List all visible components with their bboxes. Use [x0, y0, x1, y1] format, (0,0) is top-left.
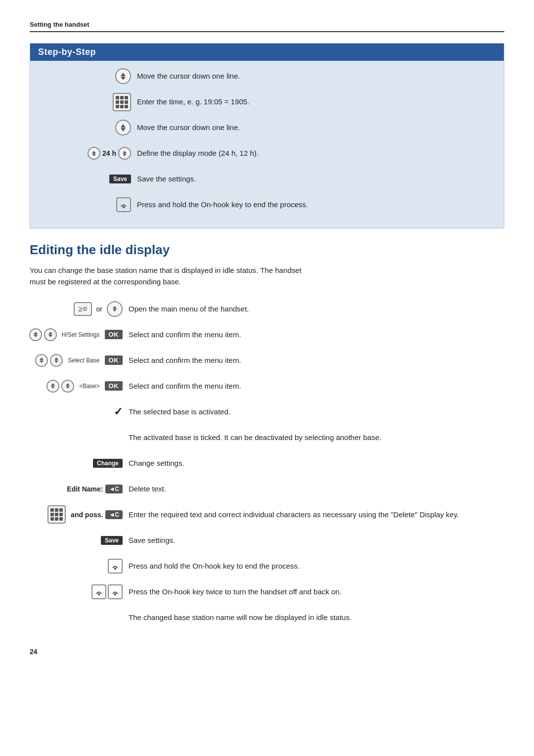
- arrow-up-2: [121, 124, 126, 128]
- nav-icon-3: [88, 147, 100, 160]
- step-save2: Save Save settings.: [30, 530, 504, 551]
- step-onhook1: Press and hold the On-hook key to end th…: [38, 194, 496, 215]
- step-select-base-text: Select and confirm the menu item.: [129, 355, 504, 366]
- step-base-icon-col: <Base> OK: [30, 380, 129, 393]
- step-edit-name: Edit Name: ◄C Delete text.: [30, 479, 504, 499]
- step-save2-icon-col: Save: [30, 536, 129, 545]
- editing-section: Editing the idle display You can change …: [30, 242, 504, 628]
- delete-key-2[interactable]: ◄C: [105, 510, 123, 519]
- section-intro: You can change the base station name tha…: [30, 265, 316, 288]
- svg-rect-3: [114, 593, 116, 595]
- step-move2-icon-col: [38, 120, 137, 135]
- step-change-icon-col: Change: [30, 459, 129, 468]
- change-button[interactable]: Change: [93, 459, 123, 468]
- step-move1: Move the cursor down one line.: [38, 66, 496, 87]
- step-base-text: Select and confirm the menu item.: [129, 381, 504, 392]
- step-ticked-info: The activated base is ticked. It can be …: [30, 427, 504, 448]
- two-nav-hset: [29, 328, 57, 341]
- step-keypad1: Enter the time, e. g. 19:05 = 1905.: [38, 91, 496, 112]
- checkmark-icon: ✓: [114, 405, 123, 418]
- step-select-base: Select Base OK Select and confirm the me…: [30, 350, 504, 371]
- step-keypad-poss-icon-col: and poss. ◄C: [30, 505, 129, 524]
- save-button-1[interactable]: Save: [109, 175, 131, 183]
- menu-list-icon: ≥≡: [74, 302, 91, 316]
- step-24h-text: Define the display mode (24 h, 12 h).: [137, 148, 496, 159]
- step-save1-icon-col: Save: [38, 175, 137, 183]
- page-header: Setting the handset: [30, 20, 504, 32]
- delete-key-1[interactable]: ◄C: [105, 485, 123, 493]
- step-24h: 24 h Define the display mode (24 h, 12 h…: [38, 143, 496, 164]
- step-move1-text: Move the cursor down one line.: [137, 71, 496, 82]
- nav-icon-base-2: [61, 380, 74, 393]
- step-hset-text: Select and confirm the menu item.: [129, 329, 504, 340]
- step-change-text: Change settings.: [129, 458, 504, 469]
- base-label: <Base>: [79, 383, 99, 390]
- step-24h-icon-col: 24 h: [38, 147, 137, 160]
- step-select-base-icon-col: Select Base OK: [30, 354, 129, 367]
- step-activated-icon-col: ✓: [30, 405, 129, 418]
- nav-icon-selbase-2: [50, 354, 63, 367]
- step-open-menu: ≥≡ or Open the main menu of the handset.: [30, 299, 504, 319]
- edit-name-row: Edit Name: ◄C: [67, 485, 123, 493]
- page-number: 24: [30, 648, 504, 656]
- step-move2: Move the cursor down one line.: [38, 117, 496, 138]
- step-save1-text: Save the settings.: [137, 174, 496, 184]
- step-onhook1-text: Press and hold the On-hook key to end th…: [137, 199, 496, 210]
- nav-icon-hset-2: [44, 328, 57, 341]
- nav-icon-menu: [107, 301, 123, 317]
- step-edit-name-icon-col: Edit Name: ◄C: [30, 485, 129, 493]
- save-button-2[interactable]: Save: [101, 536, 123, 545]
- select-base-label: Select Base: [68, 357, 99, 364]
- ok-button-hset[interactable]: OK: [105, 330, 123, 339]
- onhook-icon-1: [116, 197, 131, 212]
- keypad-poss-row: and poss. ◄C: [47, 505, 123, 524]
- step-open-menu-icon-col: ≥≡ or: [30, 301, 129, 317]
- ok-button-selbase[interactable]: OK: [105, 356, 123, 365]
- onhook-icon-3b: [108, 584, 123, 599]
- step-onhook-twice-icon-col: [30, 584, 129, 599]
- step-keypad-poss: and poss. ◄C Enter the required text and…: [30, 504, 504, 525]
- step-idle-status-text: The changed base station name will now b…: [129, 612, 504, 623]
- onhook-icon-3a: [91, 584, 106, 599]
- label-24h: 24 h: [102, 149, 116, 157]
- step-move1-icon-col: [38, 68, 137, 84]
- step-hset-icon-col: H/Set Settings OK: [30, 328, 129, 341]
- step-by-step-box: Step-by-Step Move the cursor down one li…: [30, 43, 504, 228]
- step-hset: H/Set Settings OK Select and confirm the…: [30, 324, 504, 345]
- step-save2-text: Save settings.: [129, 535, 504, 546]
- nav-icon-base-1: [46, 380, 59, 393]
- svg-rect-0: [123, 206, 125, 208]
- nav-icon-1: [115, 68, 131, 84]
- and-poss-label: and poss.: [71, 511, 103, 519]
- arrow-up: [121, 73, 126, 76]
- step-edit-name-text: Delete text.: [129, 484, 504, 494]
- step-keypad1-icon-col: [38, 93, 137, 111]
- step-by-step-header: Step-by-Step: [30, 44, 504, 61]
- step-ticked-info-text: The activated base is ticked. It can be …: [129, 432, 504, 443]
- nav-icon-2: [115, 120, 131, 135]
- step-onhook2-text: Press and hold the On-hook key to end th…: [129, 561, 504, 572]
- step-onhook-twice: Press the On-hook key twice to turn the …: [30, 581, 504, 602]
- step-activated-text: The selected base is activated.: [129, 406, 504, 417]
- nav-icon-4: [118, 147, 131, 160]
- step-onhook2: Press and hold the On-hook key to end th…: [30, 556, 504, 577]
- page-header-title: Setting the handset: [30, 21, 89, 28]
- step-move2-text: Move the cursor down one line.: [137, 122, 496, 133]
- hset-label: H/Set Settings: [62, 331, 100, 338]
- onhook-icon-2: [108, 559, 123, 574]
- edit-name-label: Edit Name:: [67, 485, 103, 493]
- step-idle-status: The changed base station name will now b…: [30, 607, 504, 628]
- ok-button-base[interactable]: OK: [105, 381, 123, 391]
- step-onhook-twice-text: Press the On-hook key twice to turn the …: [129, 586, 504, 597]
- step-open-menu-text: Open the main menu of the handset.: [129, 304, 504, 314]
- two-nav-selbase: [35, 354, 63, 367]
- or-label: or: [96, 305, 102, 313]
- step-keypad-poss-text: Enter the required text and correct indi…: [129, 509, 504, 520]
- keypad-icon-1: [113, 93, 131, 111]
- section-heading: Editing the idle display: [30, 242, 504, 258]
- step-keypad1-text: Enter the time, e. g. 19:05 = 1905.: [137, 96, 496, 107]
- nav-icon-hset-1: [29, 328, 42, 341]
- keypad-icon-2: [47, 505, 66, 524]
- svg-rect-2: [98, 593, 100, 595]
- step-activated: ✓ The selected base is activated.: [30, 401, 504, 422]
